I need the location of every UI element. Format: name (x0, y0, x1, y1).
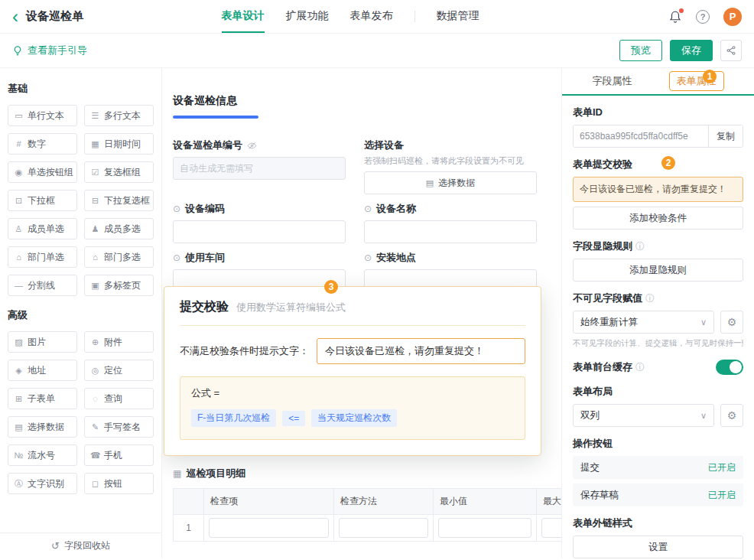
recalc-select[interactable]: 始终重新计算 ∨ (573, 311, 714, 334)
palette-item-select-data[interactable]: ▤选择数据 (8, 416, 77, 438)
palette-item-checkbox-group[interactable]: ☑复选框组 (84, 161, 154, 183)
datetime-icon: ▦ (90, 139, 100, 149)
tab-field-properties[interactable]: 字段属性 (593, 74, 632, 88)
recalc-select-value: 始终重新计算 (580, 316, 638, 329)
palette-item-dept-multi[interactable]: ⌂部门多选 (84, 246, 154, 268)
action-row-draft[interactable]: 保存草稿 已开启 (573, 483, 743, 506)
palette-item-button[interactable]: ◻按钮 (84, 473, 154, 494)
invisible-assign-label: 不可见字段赋值 ⓘ (573, 291, 743, 305)
newbie-guide-link[interactable]: 查看新手引导 (12, 44, 87, 57)
add-validation-button[interactable]: 添加校验条件 (573, 207, 743, 230)
notification-bell-icon[interactable] (668, 9, 682, 24)
tab-form-publish[interactable]: 表单发布 (350, 0, 393, 33)
modal-title: 提交校验 (180, 299, 229, 315)
tab-extensions[interactable]: 扩展功能 (286, 0, 329, 33)
palette-item-multi-select[interactable]: ⊟下拉复选框 (84, 190, 154, 211)
palette-item-member-multi[interactable]: ♟成员多选 (84, 218, 154, 239)
number-icon: # (14, 139, 24, 148)
palette-item-subform[interactable]: ⊞子表单 (8, 388, 77, 409)
palette-section-basic: 基础 (8, 82, 154, 96)
add-visibility-rule-button[interactable]: 添加显隐规则 (573, 259, 743, 282)
formula-token-field[interactable]: F-当日第几次巡检 (191, 409, 276, 427)
palette-item-serial-number[interactable]: №流水号 (8, 444, 77, 466)
select-data-table-icon: ▤ (426, 178, 434, 188)
palette-item-select[interactable]: ⊡下拉框 (8, 190, 77, 211)
palette-item-dept-single[interactable]: ⌂部门单选 (8, 246, 77, 268)
notification-dot (679, 8, 684, 13)
device-code-input[interactable] (173, 220, 346, 243)
section-underline (173, 116, 258, 119)
field-select-device-desc: 若强制扫码巡检，请将此字段设置为不可见 (364, 155, 537, 167)
copy-button[interactable]: 复制 (708, 125, 743, 147)
palette-item-signature[interactable]: ✎手写签名 (84, 416, 154, 438)
main-body: 基础 ▭单行文本 ☰多行文本 #数字 ▦日期时间 ◉单选按钮组 ☑复选框组 ⊡下… (0, 68, 754, 558)
save-button[interactable]: 保存 (670, 40, 713, 61)
palette-item-phone[interactable]: ☎手机 (84, 444, 154, 466)
palette-item-label: 下拉框 (28, 194, 55, 207)
formula-token-field-2[interactable]: 当天规定巡检次数 (311, 409, 397, 427)
palette-item-member-single[interactable]: ♙成员单选 (8, 218, 77, 239)
layout-select[interactable]: 双列 ∨ (573, 404, 714, 427)
select-data-button[interactable]: ▤ 选择数据 (364, 171, 537, 194)
device-name-input[interactable] (364, 220, 537, 243)
cache-row: 表单前台缓存 ⓘ (573, 360, 743, 375)
tab-data-management[interactable]: 数据管理 (437, 0, 479, 33)
palette-item-radio-group[interactable]: ◉单选按钮组 (8, 161, 77, 183)
field-workshop-label: ⊙ 使用车间 (173, 251, 346, 265)
palette-item-datetime[interactable]: ▦日期时间 (84, 133, 154, 155)
palette-item-number[interactable]: #数字 (8, 133, 77, 155)
cache-toggle[interactable] (716, 360, 743, 375)
prompt-input[interactable] (317, 338, 525, 364)
palette-item-divider[interactable]: —分割线 (8, 275, 77, 296)
palette-item-single-line-text[interactable]: ▭单行文本 (8, 105, 77, 126)
help-icon[interactable]: ? (696, 10, 710, 24)
palette-item-query[interactable]: ◌查询 (84, 388, 154, 409)
palette-item-label: 手机 (104, 449, 122, 462)
detail-label: ▦ 巡检项目明细 (173, 467, 561, 480)
recalc-gear-button[interactable]: ⚙ (720, 311, 743, 334)
validation-message-box[interactable]: 今日该设备已巡检，请勿重复提交！ (573, 177, 743, 202)
palette-item-location[interactable]: ◎定位 (84, 360, 154, 381)
preview-button[interactable]: 预览 (619, 40, 662, 61)
palette-item-address[interactable]: ◈地址 (8, 360, 77, 381)
external-style-label: 表单外链样式 (573, 516, 743, 530)
avatar[interactable]: P (723, 8, 742, 26)
cache-label-text: 表单前台缓存 (573, 360, 632, 374)
select-data-icon: ▤ (14, 422, 24, 432)
detail-max-value-input[interactable] (541, 518, 561, 538)
palette-item-label: 数字 (28, 138, 46, 151)
detail-check-item-input[interactable] (209, 518, 329, 538)
external-style-settings-button[interactable]: 设置 (573, 536, 743, 558)
field-select-device[interactable]: 选择设备 若强制扫码巡检，请将此字段设置为不可见 ▤ 选择数据 (364, 138, 537, 194)
single-line-text-icon: ▭ (14, 111, 24, 121)
layout-gear-button[interactable]: ⚙ (720, 404, 743, 427)
serial-input[interactable] (173, 157, 346, 180)
palette-item-ocr[interactable]: Ⓐ文字识别 (8, 473, 77, 494)
divider-icon: — (14, 281, 24, 290)
formula-box[interactable]: 公式 = F-当日第几次巡检 <= 当天规定巡检次数 (180, 376, 525, 440)
action-row-submit[interactable]: 提交 已开启 (573, 456, 743, 479)
tab-form-design[interactable]: 表单设计 (222, 0, 265, 33)
newbie-guide-label: 查看新手引导 (28, 44, 87, 57)
palette-item-multi-line-text[interactable]: ☰多行文本 (84, 105, 154, 126)
palette-item-tabs[interactable]: ▣多标签页 (84, 275, 154, 296)
field-label-text: 设备巡检单编号 (173, 138, 242, 152)
field-device-code[interactable]: ⊙ 设备编码 (173, 202, 346, 243)
share-button[interactable] (720, 40, 742, 61)
toolbar: 查看新手引导 预览 保存 (0, 34, 754, 68)
detail-row: 1 (174, 515, 562, 542)
action-status: 已开启 (708, 461, 736, 474)
detail-check-method-input[interactable] (339, 518, 428, 538)
prompt-label: 不满足校验条件时提示文字： (180, 344, 309, 358)
palette-item-image[interactable]: ▨图片 (8, 331, 77, 353)
field-device-name[interactable]: ⊙ 设备名称 (364, 202, 537, 243)
field-palette: 基础 ▭单行文本 ☰多行文本 #数字 ▦日期时间 ◉单选按钮组 ☑复选框组 ⊡下… (0, 68, 162, 558)
field-recycle-bin[interactable]: ↺ 字段回收站 (0, 532, 161, 558)
main-tabs: 表单设计 扩展功能 表单发布 数据管理 (0, 0, 727, 33)
form-id-input[interactable] (574, 125, 708, 147)
palette-item-attachment[interactable]: ⊕附件 (84, 331, 154, 353)
formula-token-operator[interactable]: <= (282, 411, 305, 426)
detail-min-value-input[interactable] (438, 518, 531, 538)
submit-validation-modal: 3 提交校验 使用数学运算符编辑公式 不满足校验条件时提示文字： 公式 = F-… (164, 286, 541, 456)
field-serial[interactable]: 设备巡检单编号 (173, 138, 346, 194)
